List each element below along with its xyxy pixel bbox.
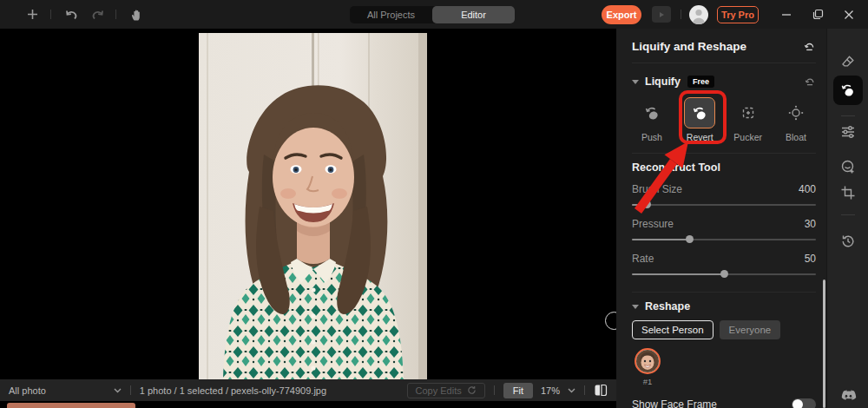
collapse-caret-icon[interactable] (632, 80, 639, 84)
crop-icon[interactable] (827, 183, 868, 202)
liquify-section-header: Liquify Free (632, 76, 816, 88)
chevron-down-icon (568, 388, 575, 393)
copy-edits-button[interactable]: Copy Edits (407, 383, 485, 398)
panel-header: Liquify and Reshape (632, 29, 816, 63)
discord-icon[interactable] (827, 386, 868, 405)
zoom-level-value: 17% (541, 385, 560, 396)
divider (50, 10, 51, 19)
export-button[interactable]: Export (602, 5, 641, 24)
slider-thumb[interactable] (720, 270, 728, 278)
brush-size-slider: Brush Size 400 (632, 183, 816, 208)
slider-label: Rate (632, 253, 654, 265)
before-after-compare-icon[interactable] (594, 384, 608, 397)
adjust-icon[interactable] (827, 122, 868, 141)
tutorial-video-icon[interactable] (652, 6, 671, 23)
show-face-frame-toggle[interactable] (792, 398, 816, 408)
zoom-level-dropdown[interactable]: 17% (541, 385, 575, 396)
tool-pucker[interactable]: Pucker (728, 97, 768, 142)
tool-revert[interactable]: Revert (680, 97, 720, 142)
chevron-down-icon (114, 388, 122, 393)
divider (632, 292, 816, 293)
slider-thumb[interactable] (643, 201, 651, 208)
liquify-title: Liquify (645, 76, 681, 88)
bloat-icon (780, 97, 812, 128)
photo-filter-dropdown[interactable]: All photo (9, 385, 122, 396)
divider (632, 153, 816, 154)
tool-label: Pucker (733, 132, 762, 142)
show-face-frame-label: Show Face Frame (632, 398, 717, 408)
redo-icon[interactable] (89, 0, 107, 29)
panel-title: Liquify and Reshape (632, 40, 746, 53)
liquify-tool-selected[interactable] (833, 76, 863, 105)
divider (841, 115, 855, 116)
push-icon (636, 97, 667, 128)
divider (494, 385, 495, 395)
slider-track[interactable] (632, 235, 816, 243)
revert-icon (684, 97, 715, 128)
hand-icon[interactable] (128, 0, 145, 29)
divider (841, 214, 855, 215)
filmstrip-highlight (7, 403, 135, 408)
tool-label: Push (641, 132, 662, 142)
divider (681, 10, 681, 19)
reconstruct-title: Reconstruct Tool (632, 161, 816, 174)
add-icon[interactable] (23, 0, 41, 29)
user-avatar[interactable] (689, 5, 708, 24)
reset-all-icon[interactable] (803, 40, 816, 53)
person-tag: #1 (643, 377, 653, 386)
tool-label: Revert (687, 132, 713, 142)
slider-thumb[interactable] (686, 235, 694, 243)
panel-scrollbar[interactable] (823, 280, 825, 408)
photo (199, 33, 427, 379)
pucker-icon (733, 97, 764, 128)
statusbar: All photo 1 photo / 1 selected / pexels-… (0, 379, 616, 401)
tool-strip (826, 29, 868, 408)
slider-label: Pressure (632, 218, 674, 230)
collapse-caret-icon[interactable] (632, 305, 639, 309)
person-thumbnail[interactable]: #1 (632, 348, 663, 386)
copy-edits-label: Copy Edits (416, 385, 462, 396)
slider-value: 400 (799, 183, 816, 195)
reset-liquify-icon[interactable] (804, 76, 816, 88)
face-avatar (635, 348, 661, 374)
show-face-frame-row: Show Face Frame (632, 398, 816, 408)
copy-edits-icon (467, 385, 477, 395)
slider-label: Brush Size (632, 183, 682, 195)
tab-editor[interactable]: Editor (432, 6, 515, 23)
undo-icon[interactable] (62, 0, 80, 29)
tool-label: Bloat (786, 132, 806, 142)
tool-bloat[interactable]: Bloat (776, 97, 816, 142)
photo-filter-label: All photo (9, 385, 46, 396)
slider-track[interactable] (632, 270, 816, 278)
reshape-section-header: Reshape (632, 300, 816, 313)
rate-slider: Rate 50 (632, 253, 816, 278)
everyone-button[interactable]: Everyone (720, 320, 781, 339)
view-switcher: All Projects Editor (350, 6, 515, 23)
retouch-icon[interactable] (827, 157, 868, 176)
select-person-button[interactable]: Select Person (632, 320, 713, 339)
try-pro-button[interactable]: Try Pro (717, 6, 759, 23)
slider-value: 30 (805, 218, 816, 230)
photo-editor-window: All Projects Editor Export Try Pro (0, 0, 868, 408)
minimize-icon[interactable] (777, 0, 796, 29)
slider-track[interactable] (632, 201, 816, 208)
tab-all-projects[interactable]: All Projects (350, 6, 432, 23)
divider (584, 385, 585, 395)
divider (115, 10, 116, 19)
eraser-icon[interactable] (827, 52, 868, 71)
divider (130, 385, 131, 395)
history-icon[interactable] (827, 232, 868, 251)
photo-info-text: 1 photo / 1 selected / pexels-olly-77490… (140, 385, 326, 396)
toggle-knob (792, 399, 803, 408)
maximize-icon[interactable] (808, 0, 827, 29)
brush-cursor (605, 312, 616, 330)
liquify-reshape-panel: Liquify and Reshape Liquify Free Push (616, 29, 826, 408)
fit-button[interactable]: Fit (503, 383, 533, 398)
canvas[interactable] (0, 29, 616, 379)
tool-push[interactable]: Push (632, 97, 672, 142)
free-badge: Free (687, 76, 714, 88)
topbar: All Projects Editor Export Try Pro (0, 0, 868, 29)
slider-value: 50 (805, 253, 816, 265)
reshape-title: Reshape (645, 300, 690, 313)
close-icon[interactable] (839, 0, 858, 29)
